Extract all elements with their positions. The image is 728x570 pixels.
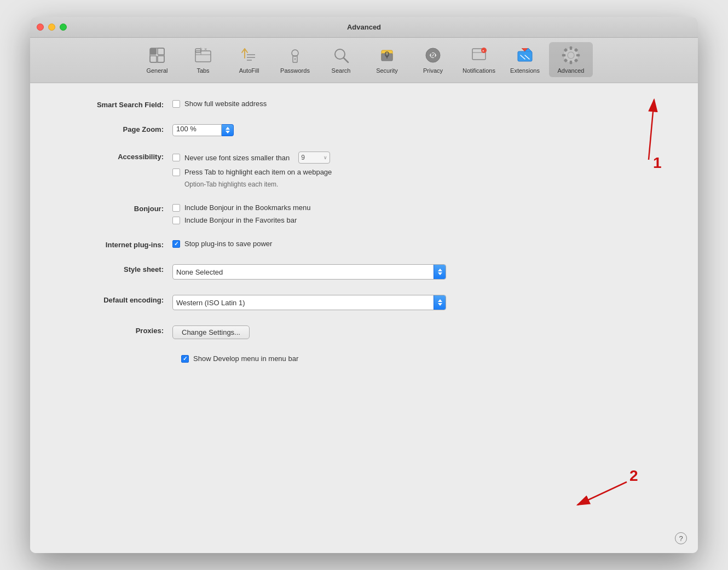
extensions-icon (515, 45, 535, 65)
proxies-control: Change Settings... (172, 325, 250, 339)
privacy-icon (423, 45, 443, 65)
svg-rect-37 (562, 54, 565, 56)
search-icon (331, 45, 351, 65)
svg-rect-36 (570, 61, 572, 64)
toolbar-item-security[interactable]: Security (365, 42, 409, 77)
bonjour-bookmarks-checkbox[interactable] (172, 204, 180, 212)
font-size-value: 9 (301, 154, 305, 161)
zoom-spinner-button[interactable] (222, 124, 234, 136)
press-tab-row: Press Tab to highlight each item on a we… (172, 168, 332, 176)
default-encoding-select[interactable]: Western (ISO Latin 1) (172, 295, 446, 310)
zoom-input-field[interactable]: 100 % (172, 124, 222, 136)
never-font-checkbox[interactable] (172, 154, 180, 161)
page-zoom-label: Page Zoom: (63, 124, 172, 133)
accessibility-label: Accessibility: (63, 152, 172, 161)
toolbar-item-autofill[interactable]: AutoFill (227, 42, 271, 77)
toolbar-item-extensions[interactable]: Extensions (503, 42, 547, 77)
passwords-icon (285, 45, 305, 65)
toolbar-extensions-label: Extensions (510, 67, 540, 74)
press-tab-checkbox[interactable] (172, 168, 180, 176)
style-down-arrow (438, 272, 442, 275)
toolbar-item-general[interactable]: General (135, 42, 179, 77)
stop-plugins-row: Stop plug-ins to save power (172, 240, 272, 248)
encoding-up-arrow (438, 299, 442, 302)
page-zoom-row: Page Zoom: 100 % (63, 124, 665, 136)
toolbar-item-notifications[interactable]: • Notifications (457, 42, 501, 77)
help-button[interactable]: ? (675, 532, 687, 544)
bonjour-row: Bonjour: Include Bonjour in the Bookmark… (63, 203, 665, 224)
toolbar-item-passwords[interactable]: Passwords (273, 42, 317, 77)
stop-plugins-checkbox[interactable] (172, 240, 180, 248)
bonjour-favorites-checkbox[interactable] (172, 217, 180, 224)
internet-plugins-row: Internet plug-ins: Stop plug-ins to save… (63, 240, 665, 249)
svg-point-22 (386, 55, 388, 57)
page-zoom-control: 100 % (172, 124, 234, 136)
develop-checkbox-row: Show Develop menu in menu bar (181, 354, 298, 363)
toolbar-tabs-label: Tabs (197, 67, 209, 74)
style-sheet-label: Style sheet: (63, 264, 172, 274)
develop-menu-checkbox[interactable] (181, 355, 189, 363)
toolbar-item-tabs[interactable]: + × Tabs (181, 42, 225, 77)
svg-rect-4 (158, 56, 164, 62)
toolbar-advanced-label: Advanced (558, 67, 585, 74)
default-encoding-row: Default encoding: Western (ISO Latin 1) (63, 295, 665, 310)
default-encoding-value: Western (ISO Latin 1) (176, 299, 245, 307)
font-size-select[interactable]: 9 ∨ (298, 152, 330, 164)
svg-rect-35 (570, 46, 572, 50)
internet-plugins-label: Internet plug-ins: (63, 240, 172, 249)
maximize-button[interactable] (60, 24, 67, 31)
svg-line-48 (577, 482, 627, 505)
svg-rect-2 (150, 56, 157, 62)
close-button[interactable] (37, 24, 44, 31)
smart-search-control: Show full website address (172, 100, 267, 108)
zoom-value: 100 % (176, 125, 197, 133)
svg-line-18 (344, 58, 348, 62)
svg-text:2: 2 (629, 467, 638, 484)
toolbar-privacy-label: Privacy (423, 67, 443, 74)
option-tab-hint: Option-Tab highlights each item. (184, 181, 332, 188)
encoding-arrows (434, 295, 446, 310)
svg-point-43 (568, 52, 574, 59)
show-full-address-row: Show full website address (172, 100, 267, 108)
svg-point-29 (481, 48, 487, 53)
svg-rect-31 (518, 51, 532, 61)
svg-rect-1 (150, 48, 157, 55)
never-font-row: Never use font sizes smaller than 9 ∨ (172, 152, 332, 164)
proxies-label: Proxies: (63, 325, 172, 335)
svg-text:×: × (204, 46, 207, 52)
notifications-icon: • (469, 45, 489, 65)
style-sheet-control: None Selected (172, 264, 446, 280)
toolbar-autofill-label: AutoFill (239, 67, 259, 74)
proxies-row: Proxies: Change Settings... (63, 325, 665, 339)
bonjour-favorites-row: Include Bonjour in the Favorites bar (172, 216, 311, 224)
change-settings-button[interactable]: Change Settings... (172, 325, 250, 339)
minimize-button[interactable] (48, 24, 55, 31)
bonjour-bookmarks-label: Include Bonjour in the Bookmarks menu (184, 203, 311, 212)
titlebar: Advanced (30, 17, 698, 38)
font-size-chevron: ∨ (323, 155, 327, 160)
develop-menu-label: Show Develop menu in menu bar (193, 354, 298, 363)
zoom-stepper: 100 % (172, 124, 234, 136)
toolbar-item-search[interactable]: Search (319, 42, 363, 77)
window: Advanced General (30, 17, 698, 553)
advanced-icon (561, 45, 581, 65)
show-full-address-checkbox[interactable] (172, 100, 180, 108)
show-full-address-label: Show full website address (184, 100, 267, 108)
toolbar-search-label: Search (332, 67, 351, 74)
style-sheet-arrows (434, 265, 446, 279)
svg-point-14 (292, 50, 298, 56)
zoom-up-arrow (226, 127, 230, 130)
smart-search-label: Smart Search Field: (63, 100, 172, 109)
svg-text:+: + (199, 46, 203, 52)
internet-plugins-control: Stop plug-ins to save power (172, 240, 272, 248)
toolbar-item-privacy[interactable]: Privacy (411, 42, 455, 77)
security-icon (377, 45, 397, 65)
svg-rect-38 (576, 54, 580, 56)
stop-plugins-label: Stop plug-ins to save power (184, 240, 272, 248)
general-icon (147, 45, 167, 65)
style-up-arrow (438, 269, 442, 271)
style-sheet-select[interactable]: None Selected (172, 264, 446, 280)
style-sheet-row: Style sheet: None Selected (63, 264, 665, 280)
toolbar-item-advanced[interactable]: Advanced (549, 42, 593, 77)
encoding-down-arrow (438, 303, 442, 306)
